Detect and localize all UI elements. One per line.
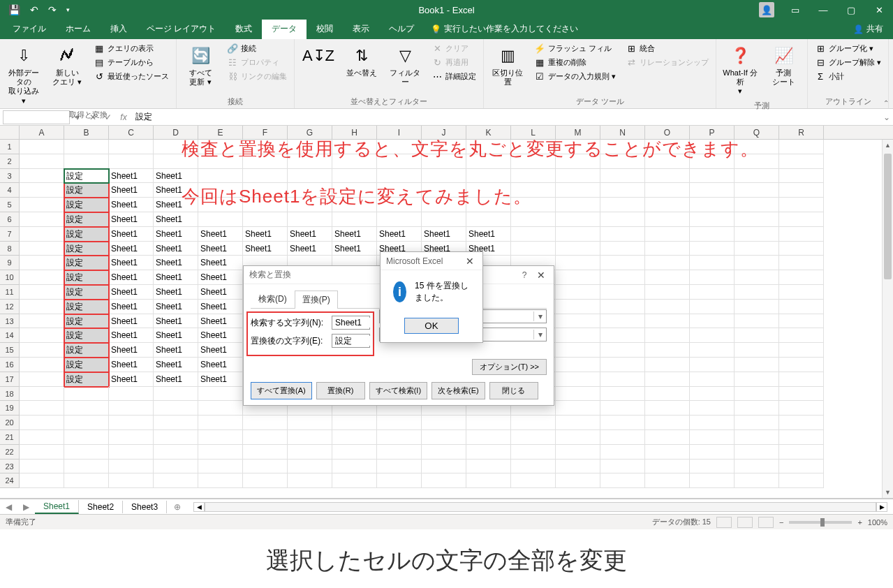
- cell[interactable]: [198, 445, 243, 460]
- cell[interactable]: [20, 314, 64, 329]
- cell[interactable]: Sheet1: [109, 300, 154, 314]
- cell[interactable]: [64, 473, 109, 488]
- cell[interactable]: [645, 270, 690, 285]
- cell[interactable]: [332, 430, 377, 445]
- cell[interactable]: [556, 430, 600, 445]
- tab-review[interactable]: 校閲: [307, 19, 343, 39]
- cell[interactable]: [600, 473, 645, 488]
- zoom-slider[interactable]: [789, 521, 852, 524]
- cell[interactable]: [600, 387, 645, 402]
- cell[interactable]: [377, 430, 422, 445]
- cell[interactable]: [288, 416, 332, 430]
- cell[interactable]: 設定: [64, 300, 109, 314]
- dropdown-icon[interactable]: ▾: [533, 330, 546, 339]
- cell[interactable]: [511, 242, 556, 256]
- cell[interactable]: 設定: [64, 256, 109, 270]
- row-header[interactable]: 6: [0, 212, 20, 227]
- cell[interactable]: [556, 460, 600, 474]
- cell[interactable]: [600, 430, 645, 445]
- cell[interactable]: [288, 445, 332, 460]
- cell[interactable]: Sheet1: [109, 183, 154, 198]
- cell[interactable]: Sheet1: [109, 358, 154, 372]
- cell[interactable]: [377, 416, 422, 430]
- cell[interactable]: [64, 140, 109, 154]
- cell[interactable]: [690, 183, 735, 198]
- cell[interactable]: [198, 169, 243, 184]
- cell[interactable]: Sheet1: [109, 227, 154, 242]
- ribbon-button[interactable]: 🗲新しいクエリ ▾: [47, 42, 87, 89]
- row-header[interactable]: 24: [0, 473, 20, 488]
- cell[interactable]: [556, 372, 600, 387]
- cell[interactable]: [690, 169, 735, 184]
- cell[interactable]: [20, 285, 64, 300]
- scroll-thumb[interactable]: [884, 154, 892, 279]
- cell[interactable]: [288, 169, 332, 184]
- cell[interactable]: [600, 445, 645, 460]
- ribbon-button[interactable]: ⊟グループ解除 ▾: [812, 56, 884, 68]
- cell[interactable]: [511, 227, 556, 242]
- cell[interactable]: [20, 445, 64, 460]
- maximize-icon[interactable]: ▢: [837, 5, 865, 15]
- cell[interactable]: Sheet1: [154, 358, 198, 372]
- cell[interactable]: [645, 314, 690, 329]
- cell[interactable]: [511, 212, 556, 227]
- cell[interactable]: [556, 256, 600, 270]
- cell[interactable]: [556, 300, 600, 314]
- cell[interactable]: [779, 445, 824, 460]
- cell[interactable]: [20, 430, 64, 445]
- cell[interactable]: [20, 372, 64, 387]
- cell[interactable]: 設定: [64, 328, 109, 343]
- cell[interactable]: [466, 445, 511, 460]
- cell[interactable]: 設定: [64, 227, 109, 242]
- cell[interactable]: [288, 430, 332, 445]
- cell[interactable]: [779, 328, 824, 343]
- cell[interactable]: [690, 270, 735, 285]
- redo-icon[interactable]: ↷: [48, 4, 57, 15]
- tab-insert[interactable]: 挿入: [101, 19, 137, 39]
- cell[interactable]: [645, 416, 690, 430]
- cell[interactable]: [690, 328, 735, 343]
- cell[interactable]: [735, 343, 779, 358]
- cell[interactable]: [377, 169, 422, 184]
- cell[interactable]: [735, 198, 779, 212]
- cell[interactable]: [556, 314, 600, 329]
- row-header[interactable]: 23: [0, 460, 20, 474]
- cell[interactable]: [690, 300, 735, 314]
- cell[interactable]: [198, 460, 243, 474]
- cell[interactable]: [690, 198, 735, 212]
- undo-icon[interactable]: ↶: [30, 4, 38, 15]
- cell[interactable]: 設定: [64, 183, 109, 198]
- cell[interactable]: [779, 169, 824, 184]
- cell[interactable]: [779, 270, 824, 285]
- cell[interactable]: [556, 473, 600, 488]
- row-header[interactable]: 20: [0, 416, 20, 430]
- cell[interactable]: [779, 242, 824, 256]
- cell[interactable]: [198, 401, 243, 416]
- cell[interactable]: Sheet1: [288, 227, 332, 242]
- cell[interactable]: 設定: [64, 270, 109, 285]
- cell[interactable]: [600, 416, 645, 430]
- cell[interactable]: 設定: [64, 285, 109, 300]
- cell[interactable]: [779, 372, 824, 387]
- cell[interactable]: [332, 445, 377, 460]
- row-header[interactable]: 15: [0, 343, 20, 358]
- cell[interactable]: [556, 285, 600, 300]
- cell[interactable]: [600, 314, 645, 329]
- cell[interactable]: [600, 242, 645, 256]
- cell[interactable]: Sheet1: [154, 285, 198, 300]
- row-header[interactable]: 12: [0, 300, 20, 314]
- cell[interactable]: [109, 401, 154, 416]
- ribbon-collapse-icon[interactable]: ⌃: [883, 99, 889, 107]
- cell[interactable]: [64, 430, 109, 445]
- view-page-break-icon[interactable]: [758, 517, 774, 528]
- cell[interactable]: [556, 445, 600, 460]
- cell[interactable]: [20, 387, 64, 402]
- cell[interactable]: [109, 140, 154, 154]
- close-icon[interactable]: ✕: [865, 5, 893, 15]
- cell[interactable]: Sheet1: [109, 328, 154, 343]
- ribbon-button[interactable]: ☑データの入力規則 ▾: [531, 70, 619, 82]
- cell[interactable]: [690, 387, 735, 402]
- msgbox-close-icon[interactable]: ✕: [463, 256, 477, 267]
- cell[interactable]: [645, 445, 690, 460]
- row-header[interactable]: 2: [0, 154, 20, 169]
